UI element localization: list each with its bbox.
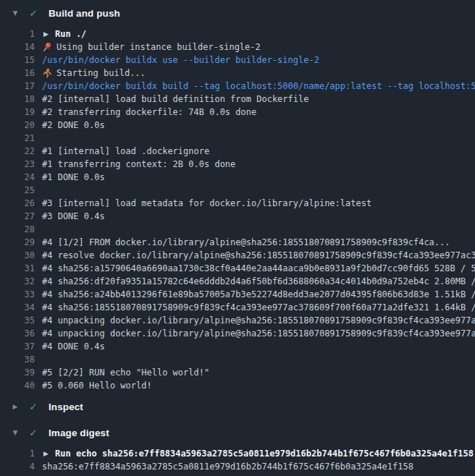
log-text: /usr/bin/docker buildx build --tag local… xyxy=(42,80,475,93)
line-number[interactable]: 4 xyxy=(0,460,35,473)
line-number[interactable]: 38 xyxy=(0,353,35,366)
log-line: 25 xyxy=(0,184,475,197)
runner-icon xyxy=(42,67,52,80)
log-text: #3 [internal] load metadata for docker.i… xyxy=(42,197,371,210)
line-number[interactable]: 15 xyxy=(0,54,35,67)
log-text: #4 sha256:a24bb4013296f61e89ba57005a7b3e… xyxy=(42,288,475,301)
log-line: 34#4 sha256:185518070891758909c9f839cf4c… xyxy=(0,301,475,314)
log-line: 33#4 sha256:a24bb4013296f61e89ba57005a7b… xyxy=(0,288,475,301)
log-line: 14Using builder instance builder-single-… xyxy=(0,41,475,54)
log-line: 18#2 [internal] load build definition fr… xyxy=(0,93,475,106)
log-text: #4 unpacking docker.io/library/alpine@sh… xyxy=(42,327,475,340)
log-text: Run ./ xyxy=(55,27,86,41)
log-text: #1 DONE 0.0s xyxy=(42,171,105,184)
log-line: 28 xyxy=(0,223,475,236)
line-number[interactable]: 21 xyxy=(0,132,35,145)
log-section-inspect: ▶✓Inspect xyxy=(0,394,475,420)
line-number[interactable]: 35 xyxy=(0,314,35,327)
section-title-image-digest: Image digest xyxy=(49,428,109,438)
log-line: 1▶Run echo sha256:e7ff8834a5963a2785c5a0… xyxy=(0,447,475,460)
chevron-right-icon[interactable]: ▶ xyxy=(9,403,21,410)
log-section-build-and-push: ▼✓Build and push1▶Run ./14Using builder … xyxy=(0,0,475,394)
line-number[interactable]: 23 xyxy=(0,158,35,171)
line-number[interactable]: 1 xyxy=(0,447,35,460)
log-line: 38 xyxy=(0,353,475,366)
log-text: #4 sha256:185518070891758909c9f839cf4ca3… xyxy=(42,301,475,314)
line-number[interactable]: 16 xyxy=(0,67,35,80)
line-number[interactable]: 36 xyxy=(0,327,35,340)
check-icon: ✓ xyxy=(27,401,40,412)
log-line: 35#4 unpacking docker.io/library/alpine@… xyxy=(0,314,475,327)
log-lines-image-digest: 1▶Run echo sha256:e7ff8834a5963a2785c5a0… xyxy=(0,446,475,475)
line-number[interactable]: 22 xyxy=(0,145,35,158)
log-text: #1 [internal] load .dockerignore xyxy=(42,145,209,158)
line-number[interactable]: 34 xyxy=(0,301,35,314)
line-number[interactable]: 31 xyxy=(0,262,35,275)
log-line: 4sha256:e7ff8834a5963a2785c5a0811e979d16… xyxy=(0,460,475,473)
section-title-inspect: Inspect xyxy=(49,401,83,412)
log-line: 22#1 [internal] load .dockerignore xyxy=(0,145,475,158)
check-icon: ✓ xyxy=(27,428,40,438)
section-title-build-and-push: Build and push xyxy=(49,8,120,19)
log-line: 20#2 DONE 0.0s xyxy=(0,119,475,132)
line-number[interactable]: 37 xyxy=(0,340,35,353)
log-line: 32#4 sha256:df20fa9351a15782c64e6dddb2d4… xyxy=(0,275,475,288)
chevron-down-icon[interactable]: ▼ xyxy=(9,429,21,436)
expand-group-icon[interactable]: ▶ xyxy=(43,27,51,41)
line-number[interactable]: 1 xyxy=(0,27,35,41)
line-number[interactable]: 17 xyxy=(0,80,35,93)
check-icon: ✓ xyxy=(27,8,40,19)
section-header-image-digest[interactable]: ▼✓Image digest xyxy=(0,420,475,446)
section-header-build-and-push[interactable]: ▼✓Build and push xyxy=(0,0,475,26)
log-text: Starting build... xyxy=(56,67,146,80)
line-number[interactable]: 30 xyxy=(0,249,35,262)
pushpin-icon xyxy=(42,41,52,54)
log-text: /usr/bin/docker buildx use --builder bui… xyxy=(42,54,319,67)
log-text: #2 [internal] load build definition from… xyxy=(42,93,308,106)
chevron-down-icon[interactable]: ▼ xyxy=(9,9,21,17)
line-number[interactable]: 19 xyxy=(0,106,35,119)
line-number[interactable]: 29 xyxy=(0,236,35,249)
log-text: sha256:e7ff8834a5963a2785c5a0811e979d16b… xyxy=(42,460,413,473)
log-line: 24#1 DONE 0.0s xyxy=(0,171,475,184)
log-line: 15/usr/bin/docker buildx use --builder b… xyxy=(0,54,475,67)
line-number[interactable]: 24 xyxy=(0,171,35,184)
log-text: #2 transferring dockerfile: 74B 0.0s don… xyxy=(42,106,256,119)
log-text: Run echo sha256:e7ff8834a5963a2785c5a081… xyxy=(55,447,474,460)
line-number[interactable]: 40 xyxy=(0,379,35,392)
line-number[interactable]: 25 xyxy=(0,184,35,197)
log-line: 31#4 sha256:a15790640a6690aa1730c38cf0a4… xyxy=(0,262,475,275)
line-number[interactable]: 20 xyxy=(0,119,35,132)
log-text: #4 sha256:a15790640a6690aa1730c38cf0a440… xyxy=(42,262,475,275)
log-text: #2 DONE 0.0s xyxy=(42,119,105,132)
log-text: Using builder instance builder-single-2 xyxy=(56,41,261,54)
log-line: 40#5 0.060 Hello world! xyxy=(0,379,475,392)
line-number[interactable]: 32 xyxy=(0,275,35,288)
line-number[interactable]: 18 xyxy=(0,93,35,106)
log-section-image-digest: ▼✓Image digest1▶Run echo sha256:e7ff8834… xyxy=(0,420,475,475)
line-number[interactable]: 39 xyxy=(0,366,35,379)
line-number[interactable]: 14 xyxy=(0,41,35,54)
log-text: #4 DONE 0.4s xyxy=(42,340,105,353)
log-line: 29#4 [1/2] FROM docker.io/library/alpine… xyxy=(0,236,475,249)
expand-group-icon[interactable]: ▶ xyxy=(43,447,51,460)
log-lines-build-and-push: 1▶Run ./14Using builder instance builder… xyxy=(0,26,475,394)
log-line: 21 xyxy=(0,132,475,145)
log-line: 23#1 transferring context: 2B 0.0s done xyxy=(0,158,475,171)
log-line: 36#4 unpacking docker.io/library/alpine@… xyxy=(0,327,475,340)
line-number[interactable]: 33 xyxy=(0,288,35,301)
line-number[interactable]: 27 xyxy=(0,210,35,223)
log-line: 19#2 transferring dockerfile: 74B 0.0s d… xyxy=(0,106,475,119)
log-line: 39#5 [2/2] RUN echo "Hello world!" xyxy=(0,366,475,379)
line-number[interactable]: 26 xyxy=(0,197,35,210)
log-text: #1 transferring context: 2B 0.0s done xyxy=(42,158,235,171)
line-number[interactable]: 28 xyxy=(0,223,35,236)
log-line: 37#4 DONE 0.4s xyxy=(0,340,475,353)
log-line: 16Starting build... xyxy=(0,67,475,80)
log-text: #5 0.060 Hello world! xyxy=(42,379,152,392)
log-text: #4 unpacking docker.io/library/alpine@sh… xyxy=(42,314,475,327)
log-text: #4 sha256:df20fa9351a15782c64e6dddb2d4a6… xyxy=(42,275,475,288)
log-line: 27#3 DONE 0.4s xyxy=(0,210,475,223)
section-header-inspect[interactable]: ▶✓Inspect xyxy=(0,394,475,420)
log-line: 30#4 resolve docker.io/library/alpine@sh… xyxy=(0,249,475,262)
